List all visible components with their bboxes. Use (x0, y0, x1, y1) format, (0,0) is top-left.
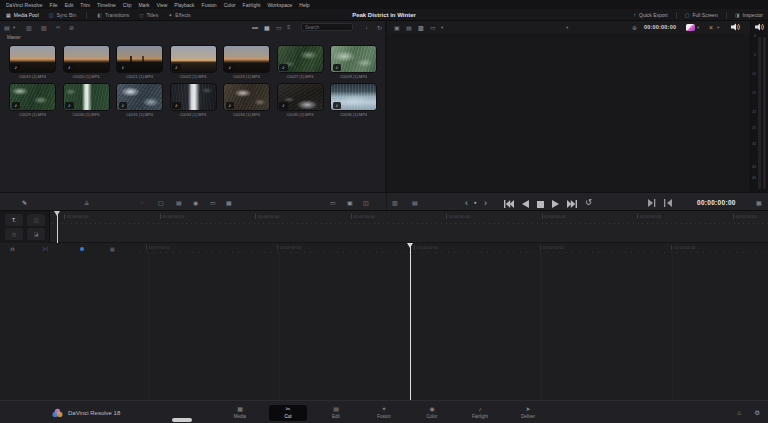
media-clip[interactable]: ♪C0034 (1).MP4 (224, 84, 269, 117)
clip-thumbnail[interactable]: ♪ (224, 84, 269, 110)
menu-item-clip[interactable]: Clip (123, 2, 132, 8)
import-media-icon[interactable]: ▥ (26, 21, 32, 33)
clip-thumbnail[interactable]: ♪ (224, 46, 269, 72)
quick-export-button[interactable]: ↑Quick Export (634, 12, 668, 18)
clip-thumbnail[interactable]: ♪ (278, 46, 323, 72)
crop-icon[interactable]: ▭ (210, 193, 216, 212)
media-clip[interactable]: ♪C0023 (1).MP4 (224, 46, 269, 79)
tool-d-button[interactable]: ◪ (27, 228, 45, 240)
search-input[interactable] (301, 23, 353, 31)
page-button-fusion[interactable]: ✦Fusion (365, 405, 403, 421)
media-clip[interactable]: ♪C0020 (1).MP4 (64, 46, 109, 79)
import-folder-icon[interactable]: ▧ (41, 21, 47, 33)
refresh-icon[interactable]: ↻ (377, 21, 382, 33)
media-clip[interactable]: ♪C0033 (1).MP4 (171, 84, 216, 117)
clip-thumbnail[interactable]: ♪ (10, 84, 55, 110)
camera-pink-icon[interactable] (686, 24, 695, 31)
source-chevron-icon[interactable]: ▾ (566, 21, 568, 33)
smart-insert-icon[interactable]: ▦ (226, 193, 232, 212)
view-film-icon[interactable]: ▭ (276, 21, 282, 33)
play-button[interactable] (552, 194, 559, 212)
menu-item-fairlight[interactable]: Fairlight (243, 2, 261, 8)
main-timeline[interactable]: ∩ [×] ▦ 00:59:56:0000:59:58:0001:00:00:0… (0, 243, 768, 400)
bin-list-icon[interactable]: ▤ (4, 21, 10, 33)
main-playhead-line[interactable] (410, 244, 411, 400)
clip-thumbnail[interactable]: ♪ (331, 84, 376, 110)
clip-thumbnail[interactable]: ♪ (278, 84, 323, 110)
boring-detector-icon[interactable]: ○ (140, 193, 144, 212)
menu-item-fusion[interactable]: Fusion (202, 2, 217, 8)
clip-thumbnail[interactable]: ♪ (171, 46, 216, 72)
view-strip-icon[interactable]: ▬ (252, 21, 258, 33)
clip-thumbnail[interactable]: ♪ (331, 46, 376, 72)
upper-playhead-line[interactable] (57, 212, 58, 243)
upper-playhead-handle[interactable] (54, 211, 60, 216)
camera-1-icon[interactable]: ▣ (394, 21, 400, 33)
media-clip[interactable]: ♪C0031 (1).MP4 (117, 84, 162, 117)
menu-item-playback[interactable]: Playback (174, 2, 194, 8)
menu-item-trim[interactable]: Trim (80, 2, 90, 8)
viewer-panel[interactable] (386, 33, 750, 192)
menu-item-file[interactable]: File (50, 2, 58, 8)
play-reverse-button[interactable] (522, 194, 529, 212)
clip-thumbnail[interactable]: ♪ (171, 84, 216, 110)
media-clip[interactable]: ♪C0029 (1).MP4 (10, 84, 55, 117)
timeline-tools-icon[interactable]: ✎ (22, 193, 27, 212)
plus-icon[interactable]: ⊕ (632, 21, 637, 33)
track-color-dot[interactable] (80, 247, 84, 251)
jog-dot-icon[interactable]: ● (474, 193, 477, 212)
menu-item-workspace[interactable]: Workspace (267, 2, 292, 8)
jog-right-icon[interactable]: › (484, 193, 487, 212)
menu-item-timeline[interactable]: Timeline (97, 2, 116, 8)
camera-2-icon[interactable]: ▤ (406, 21, 412, 33)
media-clip[interactable]: ♪C0021 (1).MP4 (117, 46, 162, 79)
media-clip[interactable]: ♪C0036 (1).MP4 (331, 84, 376, 117)
tool-b-button[interactable]: ◫ (27, 214, 45, 226)
fx-icon[interactable]: ⊘ (69, 21, 74, 33)
film-icon[interactable]: ▦ (110, 244, 115, 253)
voiceover-icon[interactable]: ♙ (84, 193, 89, 212)
split-clip-icon[interactable]: ▥ (392, 193, 398, 212)
tool-c-button[interactable]: ◷ (5, 228, 23, 240)
go-to-start-button[interactable] (504, 194, 514, 212)
page-button-cut[interactable]: ✂Cut (269, 405, 307, 421)
clip-thumbnail[interactable]: ♪ (10, 46, 55, 72)
camera-chevron-icon[interactable]: ▾ (697, 21, 699, 33)
meter-speaker-icon[interactable] (750, 21, 768, 33)
settings-gear-icon[interactable]: ⚙ (754, 409, 760, 417)
inspector-button[interactable]: ◨Inspector (735, 12, 763, 18)
bin-label[interactable]: Master (7, 35, 21, 40)
timeline-options-icon[interactable]: ▦ (756, 193, 762, 212)
page-button-media[interactable]: ▦Media (221, 405, 259, 421)
play-to-out-icon[interactable] (648, 193, 656, 212)
clip-thumbnail[interactable]: ♪ (117, 46, 162, 72)
media-clip[interactable]: ♪C0030 (1).MP4 (64, 84, 109, 117)
page-button-deliver[interactable]: ➤Deliver (509, 405, 547, 421)
media-clip[interactable]: ♪C0019 (1).MP4 (10, 46, 55, 79)
clip-thumbnail[interactable]: ♪ (117, 84, 162, 110)
play-to-in-icon[interactable] (664, 193, 672, 212)
bin-list-chevron-icon[interactable]: ▾ (13, 21, 15, 33)
callout-icon[interactable]: ▢ (158, 193, 164, 212)
marker-icon[interactable]: [×] (43, 244, 48, 253)
face-track-icon[interactable]: ◉ (193, 193, 198, 212)
menu-item-color[interactable]: Color (224, 2, 236, 8)
close-icon[interactable]: × (709, 21, 713, 33)
close-chevron-icon[interactable]: ▾ (717, 21, 719, 33)
still-icon[interactable]: ▣ (347, 193, 353, 212)
snap-icon[interactable]: ∩ (10, 244, 15, 253)
print-icon[interactable]: ▤ (176, 193, 182, 212)
monitor-icon[interactable]: ▭ (330, 193, 336, 212)
audio-speaker-icon[interactable] (731, 21, 740, 33)
home-icon[interactable]: ⌂ (737, 409, 741, 416)
go-to-end-button[interactable] (567, 194, 577, 212)
menu-item-davinci-resolve[interactable]: DaVinci Resolve (6, 2, 43, 8)
menu-item-view[interactable]: View (157, 2, 168, 8)
trim-mode-icon[interactable]: ▤ (412, 193, 418, 212)
main-playhead-handle[interactable] (407, 243, 413, 248)
page-button-edit[interactable]: ▤Edit (317, 405, 355, 421)
page-button-color[interactable]: ◉Color (413, 405, 451, 421)
page-button-fairlight[interactable]: ♪Fairlight (461, 405, 499, 421)
media-clip[interactable]: ♪C0022 (1).MP4 (171, 46, 216, 79)
jog-left-icon[interactable]: ‹ (465, 193, 468, 212)
